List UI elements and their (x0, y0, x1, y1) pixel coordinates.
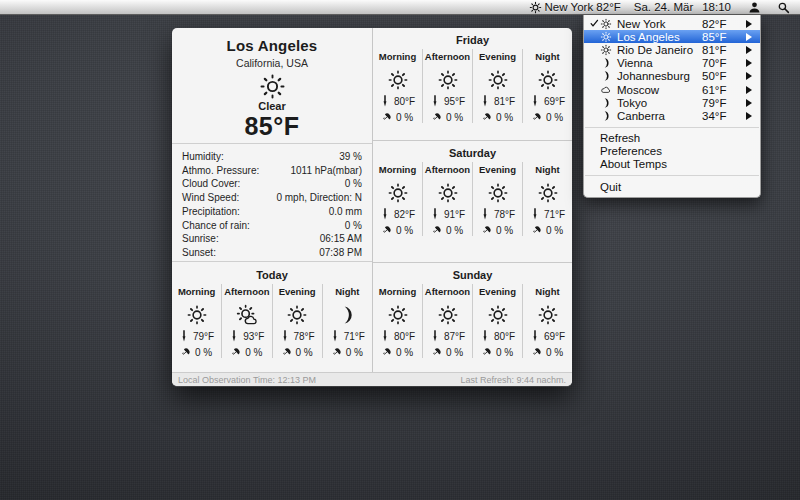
menu-item-city[interactable]: Moscow61°F (584, 83, 760, 96)
menu-item-city[interactable]: Canberra34°F (584, 109, 760, 122)
rain-chance: 0 % (396, 112, 413, 123)
detail-row: Chance of rain:0 % (182, 219, 362, 233)
sun-icon (600, 44, 615, 56)
menubar-weather-status[interactable]: New York 82°F (529, 0, 621, 15)
rain-chance-row: 0 % (222, 346, 271, 358)
user-switch-icon[interactable] (748, 0, 761, 15)
menubar-date[interactable]: Sa. 24. Mär (634, 0, 693, 15)
sun-icon (529, 1, 542, 14)
sun-icon (259, 73, 286, 100)
city-temperature: 70°F (702, 57, 742, 69)
menu-bar: New York 82°F Sa. 24. Mär 18:10 (0, 0, 800, 15)
menu-item-city[interactable]: Los Angeles85°F (584, 30, 760, 43)
rain-chance: 0 % (496, 112, 513, 123)
period-temperature: 69°F (544, 96, 565, 107)
forecast-cell-afternoon: Afternoon95°F0 % (422, 49, 472, 123)
temperature-row: 71°F (523, 208, 572, 220)
menu-item-preferences[interactable]: Preferences (584, 145, 760, 158)
moon-icon (600, 70, 615, 82)
menu-item-city[interactable]: Johannesburg50°F (584, 70, 760, 83)
submenu-arrow-icon (742, 59, 752, 67)
menu-item-about-temps[interactable]: About Temps (584, 158, 760, 171)
rain-chance-row: 0 % (423, 224, 472, 236)
menu-item-city[interactable]: Tokyo79°F (584, 96, 760, 109)
forecast-cell-morning: Morning80°F0 % (373, 284, 422, 358)
menubar-weather-label: New York 82°F (545, 1, 621, 13)
menu-separator (585, 175, 759, 176)
rain-chance-row: 0 % (323, 346, 372, 358)
detail-row: Sunset:07:38 PM (182, 246, 362, 260)
sun-icon (537, 304, 559, 326)
weather-details-list: Humidity:39 %Athmo. Pressure:1011 hPa(mb… (172, 144, 372, 262)
menu-item-refresh[interactable]: Refresh (584, 132, 760, 145)
menu-item-city[interactable]: New York82°F (584, 17, 760, 30)
submenu-arrow-icon (742, 33, 752, 41)
umbrella-icon (482, 224, 492, 236)
forecast-cell-morning: Morning80°F0 % (373, 49, 422, 123)
forecast-cells: Morning82°F0 %Afternoon91°F0 %Evening78°… (373, 162, 572, 236)
umbrella-icon (432, 224, 442, 236)
detail-label: Athmo. Pressure: (182, 164, 259, 178)
thermometer-icon (480, 330, 490, 342)
submenu-arrow-icon (742, 46, 752, 54)
forecast-cell-morning: Morning79°F0 % (172, 284, 221, 358)
detail-row: Sunrise:06:15 AM (182, 232, 362, 246)
city-temperature: 79°F (702, 97, 742, 109)
thermometer-icon (380, 95, 390, 107)
temperature-row: 69°F (523, 95, 572, 107)
detail-label: Humidity: (182, 150, 224, 164)
menu-item-quit[interactable]: Quit (584, 180, 760, 193)
menu-actions: RefreshPreferencesAbout Temps (584, 132, 760, 172)
last-refresh: Last Refresh: 9:44 nachm. (460, 375, 566, 385)
region-name: California, USA (172, 57, 372, 69)
detail-row: Wind Speed:0 mph, Direction: N (182, 191, 362, 205)
spotlight-search-icon[interactable] (777, 0, 790, 15)
rain-chance: 0 % (296, 347, 313, 358)
menu-item-city[interactable]: Vienna70°F (584, 57, 760, 70)
forecast-section-today: TodayMorning79°F0 %Afternoon93°F0 %Eveni… (172, 262, 372, 372)
umbrella-icon (382, 346, 392, 358)
rain-chance-row: 0 % (473, 111, 522, 123)
temperature-row: 87°F (423, 330, 472, 342)
current-temperature: 85°F (172, 112, 372, 141)
detail-label: Chance of rain: (182, 219, 250, 233)
observation-time: Local Observation Time: 12:13 PM (178, 375, 316, 385)
city-temperature: 50°F (702, 70, 742, 82)
umbrella-icon (332, 346, 342, 358)
forecast-cell-afternoon: Afternoon91°F0 % (422, 162, 472, 236)
menubar-clock[interactable]: 18:10 (702, 0, 731, 15)
thermometer-icon (480, 95, 490, 107)
sun-icon (186, 304, 208, 326)
umbrella-icon (482, 346, 492, 358)
period-label: Night (323, 286, 372, 297)
moon-icon (600, 110, 615, 122)
city-name: Los Angeles (615, 31, 702, 43)
submenu-arrow-icon (742, 20, 752, 28)
menu-item-city[interactable]: Rio De Janeiro81°F (584, 43, 760, 56)
forecast-cells: Morning80°F0 %Afternoon87°F0 %Evening80°… (373, 284, 572, 358)
city-name: Moscow (615, 84, 702, 96)
sun-icon (437, 69, 459, 91)
forecast-cell-evening: Evening81°F0 % (472, 49, 522, 123)
umbrella-icon (432, 111, 442, 123)
rain-chance-row: 0 % (523, 111, 572, 123)
period-label: Evening (473, 286, 522, 297)
period-temperature: 80°F (494, 331, 515, 342)
detail-value: 0.0 mm (329, 205, 362, 219)
current-conditions-panel: Los Angeles California, USA Clear 85°F H… (172, 28, 372, 372)
moon-icon (336, 304, 358, 326)
period-label: Night (523, 51, 572, 62)
city-name: Tokyo (615, 97, 702, 109)
rain-chance-row: 0 % (423, 111, 472, 123)
sun-icon (600, 18, 615, 30)
thermometer-icon (280, 330, 290, 342)
period-temperature: 95°F (444, 96, 465, 107)
city-temperature: 82°F (702, 18, 742, 30)
period-label: Night (523, 286, 572, 297)
forecast-day-title: Saturday (373, 141, 572, 162)
period-temperature: 87°F (444, 331, 465, 342)
umbrella-icon (432, 346, 442, 358)
rain-chance-row: 0 % (473, 224, 522, 236)
period-label: Night (523, 164, 572, 175)
detail-row: Cloud Cover:0 % (182, 177, 362, 191)
